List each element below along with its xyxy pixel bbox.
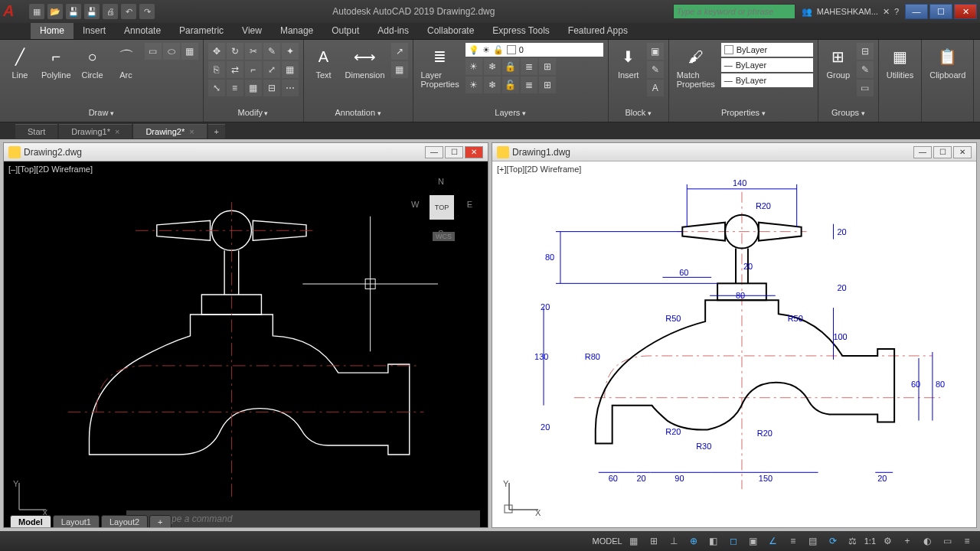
ungroup-icon[interactable]: ⊟	[857, 43, 874, 60]
doc-tab-drawing1[interactable]: Drawing1*×	[59, 124, 132, 139]
tab-home[interactable]: Home	[31, 23, 74, 39]
doc-titlebar[interactable]: Drawing1.dwg — ☐ ✕	[492, 143, 976, 161]
minimize-button[interactable]: —	[905, 4, 928, 19]
panel-layers-label[interactable]: Layers	[418, 106, 603, 119]
panel-block-label[interactable]: Block	[613, 106, 664, 119]
doc-close-button[interactable]: ✕	[465, 146, 483, 158]
layer-dropdown[interactable]: 💡☀🔓 0	[466, 43, 603, 57]
array-icon[interactable]: ▦	[282, 61, 299, 78]
close-icon[interactable]: ×	[115, 127, 119, 136]
copy-icon[interactable]: ⎘	[208, 61, 225, 78]
arrayrect-icon[interactable]: ▦	[245, 80, 262, 96]
hardware-icon[interactable]: +	[899, 533, 916, 549]
doc-titlebar[interactable]: Drawing2.dwg — ☐ ✕	[4, 143, 488, 161]
tab-output[interactable]: Output	[322, 23, 368, 39]
doc-minimize-button[interactable]: —	[913, 146, 932, 158]
layer-cur-icon[interactable]: ≣	[521, 77, 537, 93]
qat-open-icon[interactable]: 📂	[47, 4, 63, 19]
layout1-tab[interactable]: Layout1	[53, 515, 100, 527]
help-icon[interactable]: ?	[894, 7, 899, 16]
group-sel-icon[interactable]: ▭	[857, 80, 874, 96]
cycling-icon[interactable]: ⟳	[825, 533, 841, 549]
text-tool[interactable]: AText	[309, 43, 339, 81]
tab-annotate[interactable]: Annotate	[115, 23, 170, 39]
model-tab[interactable]: Model	[10, 515, 51, 527]
snap-icon[interactable]: ⊞	[645, 533, 662, 549]
ortho-icon[interactable]: ⊥	[665, 533, 682, 549]
qat-new-icon[interactable]: ▦	[29, 4, 44, 19]
tab-featured[interactable]: Featured Apps	[559, 23, 637, 39]
stretch-icon[interactable]: ⤢	[263, 61, 280, 78]
3dosnap-icon[interactable]: ▣	[745, 533, 762, 549]
attr-icon[interactable]: A	[647, 80, 664, 96]
hatch-icon[interactable]: ▦	[181, 43, 198, 60]
tab-collaborate[interactable]: Collaborate	[418, 23, 483, 39]
tab-insert[interactable]: Insert	[74, 23, 115, 39]
close-icon[interactable]: ×	[189, 127, 194, 136]
layer-unlock-icon[interactable]: 🔓	[502, 77, 519, 93]
match-properties-tool[interactable]: 🖌Match Properties	[674, 43, 718, 90]
align-icon[interactable]: ⊟	[263, 80, 280, 96]
explode-icon[interactable]: ✦	[282, 43, 299, 60]
lwt-icon[interactable]: ≡	[785, 533, 802, 549]
qat-redo-icon[interactable]: ↷	[139, 4, 155, 19]
rotate-icon[interactable]: ↻	[227, 43, 243, 60]
osnap-icon[interactable]: ◻	[725, 533, 742, 549]
rect-icon[interactable]: ▭	[145, 43, 162, 60]
doc-tab-add[interactable]: +	[208, 124, 225, 139]
panel-modify-label[interactable]: Modify	[208, 106, 299, 119]
close-button[interactable]: ✕	[954, 4, 977, 19]
qat-undo-icon[interactable]: ↶	[121, 4, 136, 19]
arc-tool[interactable]: ⌒Arc	[111, 43, 142, 81]
tab-addins[interactable]: Add-ins	[368, 23, 418, 39]
erase-icon[interactable]: ✎	[263, 43, 280, 60]
layer-match-icon[interactable]: ≣	[521, 58, 537, 75]
dimension-tool[interactable]: ⟷Dimension	[342, 43, 388, 81]
viewport-drawing2[interactable]: [–][Top][2D Wireframe] TOP N S E W WCS	[4, 161, 488, 527]
polar-icon[interactable]: ⊕	[685, 533, 702, 549]
help-search-input[interactable]	[673, 4, 795, 19]
command-line[interactable]: × ⚙ ▸_	[126, 510, 480, 527]
tab-parametric[interactable]: Parametric	[170, 23, 233, 39]
qat-save-icon[interactable]: 💾	[66, 4, 81, 19]
fillet-icon[interactable]: ⌐	[245, 61, 262, 78]
layer-freeze-icon[interactable]: ❄	[484, 58, 501, 75]
lineweight-dropdown[interactable]: —ByLayer	[721, 58, 813, 72]
doc-maximize-button[interactable]: ☐	[445, 146, 463, 158]
command-input[interactable]	[162, 514, 475, 524]
layout2-tab[interactable]: Layout2	[101, 515, 148, 527]
tab-view[interactable]: View	[233, 23, 271, 39]
status-model[interactable]: MODEL	[593, 536, 622, 546]
qat-saveas-icon[interactable]: 💾	[84, 4, 100, 19]
polyline-tool[interactable]: ⌐Polyline	[38, 43, 74, 81]
doc-maximize-button[interactable]: ☐	[933, 146, 952, 158]
viewport-drawing1[interactable]: [+][Top][2D Wireframe]	[492, 161, 976, 527]
circle-tool[interactable]: ○Circle	[77, 43, 108, 81]
linetype-dropdown[interactable]: —ByLayer	[721, 73, 813, 87]
layer-properties-tool[interactable]: ≣Layer Properties	[418, 43, 462, 93]
tab-manage[interactable]: Manage	[271, 23, 322, 39]
maximize-button[interactable]: ☐	[929, 4, 952, 19]
trim-icon[interactable]: ✂	[245, 43, 262, 60]
group-tool[interactable]: ⊞Group	[823, 43, 854, 81]
color-dropdown[interactable]: ByLayer	[721, 43, 813, 57]
isodraft-icon[interactable]: ◧	[705, 533, 722, 549]
edit-block-icon[interactable]: ✎	[647, 61, 664, 78]
more-icon[interactable]: ⋯	[282, 80, 299, 96]
offset-icon[interactable]: ≡	[227, 80, 243, 96]
layer-on-icon[interactable]: ☀	[466, 77, 482, 93]
scale-icon[interactable]: ⤡	[208, 80, 225, 96]
layout-add-tab[interactable]: +	[149, 515, 171, 527]
group-edit-icon[interactable]: ✎	[857, 61, 874, 78]
layer-iso-icon[interactable]: ⊞	[539, 58, 556, 75]
layer-uniso-icon[interactable]: ⊞	[539, 77, 556, 93]
paste-tool[interactable]: 📋Clipboard	[926, 43, 969, 81]
create-block-icon[interactable]: ▣	[647, 43, 664, 60]
layer-off-icon[interactable]: ☀	[466, 58, 482, 75]
move-icon[interactable]: ✥	[208, 43, 225, 60]
scale-label[interactable]: 1:1	[864, 536, 876, 546]
mirror-icon[interactable]: ⇄	[227, 61, 243, 78]
line-tool[interactable]: ╱Line	[5, 43, 35, 81]
ellipse-icon[interactable]: ⬭	[163, 43, 180, 60]
qat-plot-icon[interactable]: 🖨	[103, 4, 118, 19]
